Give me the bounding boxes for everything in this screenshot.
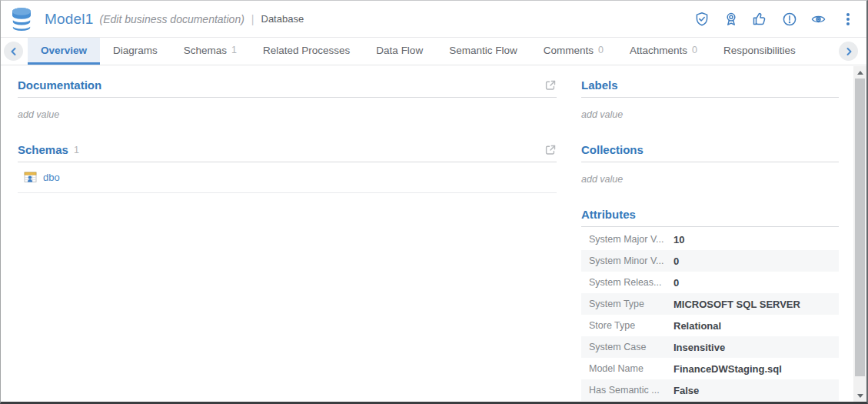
tab-overview[interactable]: Overview [28,38,100,65]
header: Model1 (Edit business documentation) | D… [1,1,866,38]
tab-semantic-flow[interactable]: Semantic Flow [436,38,530,65]
tab-schemas[interactable]: Schemas1 [171,38,250,65]
attribute-value: 0 [673,255,679,267]
attribute-value: MICROSOFT SQL SERVER [673,299,800,310]
attributes-title: Attributes [581,208,636,221]
triangle-down-icon [857,394,863,398]
schemas-title: Schemas [18,143,68,156]
attribute-value: Insensitive [673,342,725,353]
attribute-row: System Releas...0 [581,272,839,293]
tab-list: OverviewDiagramsSchemas1Related Processe… [28,38,809,65]
schema-list-item-dbo[interactable]: dbo [18,162,557,193]
attribute-row: System Minor V...0 [581,250,839,272]
attribute-value: False [673,385,699,396]
documentation-title: Documentation [18,78,101,92]
tab-count: 1 [231,45,237,55]
left-column: Documentation add value Schemas 1 [18,66,557,193]
tab-label: Diagrams [113,45,158,56]
kebab-menu-icon[interactable] [840,11,856,27]
edit-business-documentation-link[interactable]: (Edit business documentation) [100,13,244,25]
attribute-label: Model Name [589,363,673,374]
vertical-scrollbar[interactable] [853,66,866,402]
collections-title: Collections [581,143,644,156]
documentation-add-value[interactable]: add value [18,109,557,120]
header-separator: | [251,13,254,25]
attributes-section-header: Attributes [581,208,839,227]
tab-count: 0 [598,45,604,55]
attribute-row: Model NameFinanceDWStaging.sql [581,358,839,379]
attribute-row: Has Semantic ...False [581,379,839,401]
attribute-label: Has Semantic ... [589,385,673,396]
attribute-row: System TypeMICROSOFT SQL SERVER [581,293,839,315]
attribute-row: Store TypeRelational [581,315,839,336]
tab-related-processes[interactable]: Related Processes [250,38,363,65]
attribute-label: System Releas... [589,277,673,288]
attribute-label: System Case [589,342,673,352]
model-overview-window: Model1 (Edit business documentation) | D… [0,0,868,404]
tab-label: Responsibilities [723,45,796,56]
tab-label: Related Processes [263,45,350,56]
tab-attachments[interactable]: Attachments0 [617,38,710,65]
schema-name: dbo [43,172,60,183]
labels-title: Labels [581,78,618,92]
tab-diagrams[interactable]: Diagrams [100,38,171,65]
alert-circle-icon[interactable] [781,11,797,27]
schemas-expand-icon[interactable] [544,144,557,156]
attribute-value: 0 [673,277,679,289]
collections-section: Collections add value [581,143,839,185]
collections-section-header: Collections [581,143,839,162]
right-column: Labels add value Collections add value A… [581,66,839,404]
content-area: Documentation add value Schemas 1 [1,66,866,402]
thumbs-up-icon[interactable] [752,11,768,27]
attribute-label: System Major V... [589,234,673,245]
schemas-section: Schemas 1 [18,143,557,193]
tab-responsibilities[interactable]: Responsibilities [710,38,809,65]
attribute-value: FinanceDWStaging.sql [673,363,782,375]
tab-data-flow[interactable]: Data Flow [363,38,436,65]
schemas-section-header: Schemas 1 [18,143,557,162]
tab-label: Attachments [630,45,687,56]
database-icon [9,6,34,32]
attribute-label: Store Type [589,320,673,331]
tabs-scroll-left-button[interactable] [4,42,23,61]
attributes-table: System Major V...10System Minor V...0Sys… [581,229,839,404]
header-action-icons [693,11,866,27]
award-icon[interactable] [723,11,739,27]
collections-add-value[interactable]: add value [581,174,839,185]
labels-section-header: Labels [581,78,839,98]
object-type-label: Database [261,13,304,25]
attribute-label: System Minor V... [589,255,673,266]
labels-add-value[interactable]: add value [581,109,839,120]
tab-label: Comments [544,45,594,56]
tab-label: Semantic Flow [449,45,517,56]
tab-count: 0 [692,45,697,55]
tab-comments[interactable]: Comments0 [530,38,617,65]
page-title: Model1 [45,11,94,28]
documentation-section-header: Documentation [18,78,557,98]
eye-icon[interactable] [810,11,826,27]
tab-bar: OverviewDiagramsSchemas1Related Processe… [1,38,866,65]
attribute-value: 10 [673,234,684,245]
labels-section: Labels add value [581,78,839,120]
shield-check-icon[interactable] [693,11,710,27]
scrollbar-thumb[interactable] [855,78,865,376]
documentation-section: Documentation add value [18,78,557,120]
tab-label: Overview [41,45,87,56]
documentation-expand-icon[interactable] [544,79,557,92]
attribute-row: Has Semantic...False [581,401,839,404]
attributes-section: Attributes System Major V...10System Min… [581,208,839,404]
schema-table-user-icon [24,171,37,184]
tab-label: Schemas [184,45,227,56]
schemas-count: 1 [74,145,79,155]
scrollbar-up-button[interactable] [853,66,866,78]
scrollbar-down-button[interactable] [853,389,866,402]
tab-label: Data Flow [376,45,423,56]
triangle-up-icon [857,71,863,75]
attribute-value: Relational [673,320,721,332]
attribute-row: System Major V...10 [581,229,839,250]
attribute-label: System Type [589,299,673,309]
tabs-scroll-right-button[interactable] [839,42,858,61]
attribute-row: System CaseInsensitive [581,336,839,358]
